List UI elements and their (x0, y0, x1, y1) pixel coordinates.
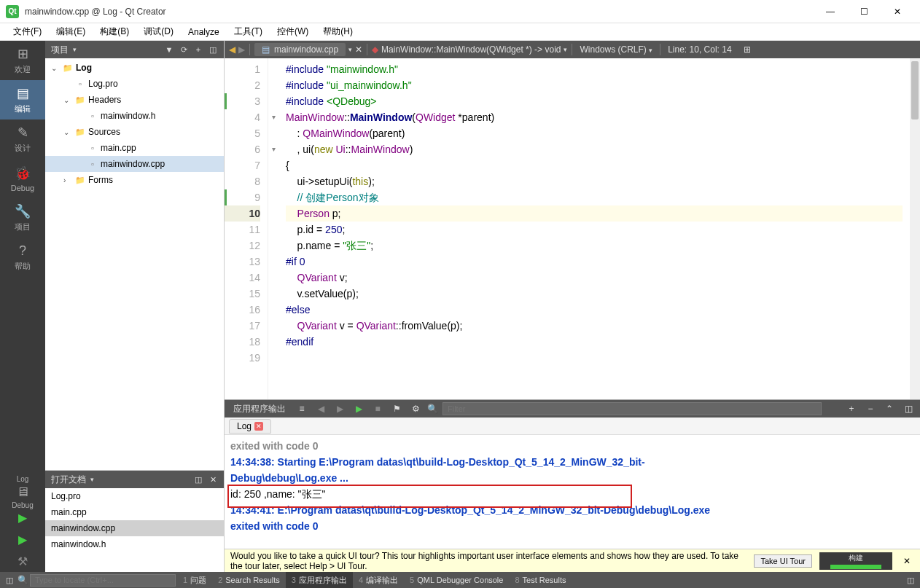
menu-item[interactable]: Analyze (181, 25, 227, 39)
tree-arrow-icon[interactable]: › (63, 176, 72, 184)
close-banner-icon[interactable]: ✕ (900, 556, 914, 566)
nav-back-icon[interactable]: ◀ (229, 44, 235, 55)
open-docs-list[interactable]: Log.promain.cppmainwindow.cppmainwindow.… (45, 488, 224, 572)
output-line: Debug\debug\Log.exe ... (230, 470, 914, 486)
zoom-in-icon[interactable]: + (844, 402, 859, 415)
output-pane-selector[interactable]: 2Search Results (212, 572, 286, 588)
tree-arrow-icon[interactable]: ⌄ (51, 64, 60, 72)
mode-编辑[interactable]: ▤编辑 (0, 80, 45, 119)
open-doc-item[interactable]: Log.pro (45, 488, 224, 504)
output-filter-input[interactable] (443, 402, 822, 415)
left-panels: 项目 ▾ ▼ ⟳ + ◫ ⌄📁Log▫Log.pro⌄📁Headers▫main… (45, 41, 225, 572)
tree-row[interactable]: ▫mainwindow.h (45, 108, 224, 124)
mode-debug[interactable]: 🐞Debug (0, 159, 45, 198)
run-config-icon[interactable]: ≡ (295, 402, 309, 415)
open-doc-item[interactable]: mainwindow.cpp (45, 520, 224, 536)
code-area[interactable]: #include "mainwindow.h"#include "ui_main… (278, 58, 910, 399)
tree-row[interactable]: ▫Log.pro (45, 76, 224, 92)
build-progress-badge[interactable]: 构建 (819, 552, 892, 570)
output-pane-selector[interactable]: 1问题 (177, 572, 212, 588)
take-tour-button[interactable]: Take UI Tour (754, 554, 812, 568)
output-pane-selector[interactable]: 8Test Results (509, 572, 572, 588)
symbol-breadcrumb[interactable]: MainWindow::MainWindow(QWidget *) -> voi… (381, 44, 561, 55)
close-bottom-icon[interactable]: ◫ (904, 573, 917, 587)
filter-icon[interactable]: ▼ (164, 44, 174, 55)
close-icon[interactable]: ✕ (208, 474, 218, 485)
editor-tab[interactable]: ▤ mainwindow.cpp (254, 43, 346, 56)
nav-fwd-icon[interactable]: ▶ (238, 44, 245, 55)
menu-item[interactable]: 构建(B) (93, 23, 136, 40)
line-gutter[interactable]: 12345678910111213141516171819 (225, 58, 268, 399)
run-button[interactable]: ▶ (0, 506, 45, 528)
build-target-selector[interactable]: Log🖥Debug (0, 477, 45, 506)
tree-row[interactable]: ▫mainwindow.cpp (45, 156, 224, 172)
menu-item[interactable]: 编辑(E) (49, 23, 93, 40)
run-icon[interactable]: ▶ (351, 402, 366, 415)
settings-icon[interactable]: ⚙ (408, 402, 423, 415)
editor-scrollbar[interactable] (910, 58, 920, 399)
prev-icon[interactable]: ◀ (313, 402, 328, 415)
qt-creator-icon: Qt (6, 5, 19, 18)
mode-设计[interactable]: ✎设计 (0, 119, 45, 159)
mode-bar: ⊞欢迎▤编辑✎设计🐞Debug🔧项目?帮助Log🖥Debug▶▶⚒ (0, 41, 45, 572)
output-line: 14:34:38: Starting E:\Program datas\qt\b… (230, 454, 914, 470)
tab-close-icon[interactable]: ✕ (355, 44, 362, 55)
close-button[interactable]: ✕ (881, 0, 914, 23)
output-line: 14:34:41: E:\Program datas\qt\build-Log-… (230, 502, 914, 518)
open-docs-panel: 打开文档 ▾ ◫ ✕ Log.promain.cppmainwindow.cpp… (45, 470, 224, 572)
code-editor[interactable]: 12345678910111213141516171819 ▾▾ #includ… (225, 58, 920, 399)
attach-icon[interactable]: ⚑ (389, 402, 404, 415)
split-icon[interactable]: ◫ (208, 44, 218, 55)
project-panel-header: 项目 ▾ ▼ ⟳ + ◫ (45, 41, 224, 58)
output-pane-selector[interactable]: 3应用程序输出 (286, 572, 353, 588)
mode-欢迎[interactable]: ⊞欢迎 (0, 41, 45, 80)
menu-item[interactable]: 文件(F) (6, 23, 49, 40)
tree-row[interactable]: ▫main.cpp (45, 140, 224, 156)
output-content[interactable]: exited with code 0 14:34:38: Starting E:… (225, 435, 920, 549)
tree-row[interactable]: ⌄📁Log (45, 60, 224, 76)
tree-arrow-icon[interactable]: ⌄ (63, 96, 72, 104)
project-tree[interactable]: ⌄📁Log▫Log.pro⌄📁Headers▫mainwindow.h⌄📁Sou… (45, 58, 224, 470)
tree-label: mainwindow.h (101, 111, 155, 121)
line-ending[interactable]: Windows (CRLF) ▾ (572, 44, 660, 55)
open-doc-item[interactable]: main.cpp (45, 504, 224, 520)
tree-row[interactable]: ⌄📁Sources (45, 124, 224, 140)
file-icon: ▫ (87, 158, 98, 170)
menu-item[interactable]: 调试(D) (136, 23, 181, 40)
panel-toggle-icon[interactable]: ◫ (3, 573, 16, 587)
file-icon: ▤ (262, 44, 270, 55)
open-doc-item[interactable]: mainwindow.h (45, 536, 224, 552)
menu-item[interactable]: 帮助(H) (316, 23, 360, 40)
sync-icon[interactable]: ⟳ (179, 44, 189, 55)
locator-input[interactable] (30, 574, 176, 587)
build-button[interactable]: ⚒ (0, 550, 45, 572)
output-tab-log[interactable]: Log ✕ (229, 419, 271, 434)
cursor-position[interactable]: Line: 10, Col: 14 (660, 44, 738, 55)
zoom-out-icon[interactable]: − (863, 402, 878, 415)
build-progress-bar (830, 565, 881, 569)
stop-icon[interactable]: ■ (370, 402, 385, 415)
mode-帮助[interactable]: ?帮助 (0, 238, 45, 277)
output-pane-selector[interactable]: 4编译输出 (353, 572, 404, 588)
fold-column[interactable]: ▾▾ (268, 58, 278, 399)
maximize-button[interactable]: ☐ (847, 0, 881, 23)
close-panel-icon[interactable]: ◫ (901, 402, 916, 415)
close-tab-icon[interactable]: ✕ (254, 422, 263, 431)
add-icon[interactable]: + (193, 44, 203, 55)
split-icon[interactable]: ◫ (193, 474, 203, 485)
tree-arrow-icon[interactable]: ⌄ (63, 128, 72, 136)
menu-item[interactable]: 控件(W) (270, 23, 316, 40)
next-icon[interactable]: ▶ (332, 402, 347, 415)
menu-item[interactable]: 工具(T) (227, 23, 270, 40)
folder-icon: 📁 (62, 62, 74, 74)
split-editor-icon[interactable]: ⊞ (744, 44, 751, 55)
tree-row[interactable]: ⌄📁Headers (45, 92, 224, 108)
folder-icon: 📁 (74, 126, 86, 138)
tree-label: Forms (88, 175, 113, 185)
tree-row[interactable]: ›📁Forms (45, 172, 224, 188)
output-pane-selector[interactable]: 5QML Debugger Console (404, 572, 509, 588)
debug-run-button[interactable]: ▶ (0, 528, 45, 550)
minimize-button[interactable]: — (814, 0, 847, 23)
mode-项目[interactable]: 🔧项目 (0, 198, 45, 238)
minimize-panel-icon[interactable]: ⌃ (882, 402, 897, 415)
